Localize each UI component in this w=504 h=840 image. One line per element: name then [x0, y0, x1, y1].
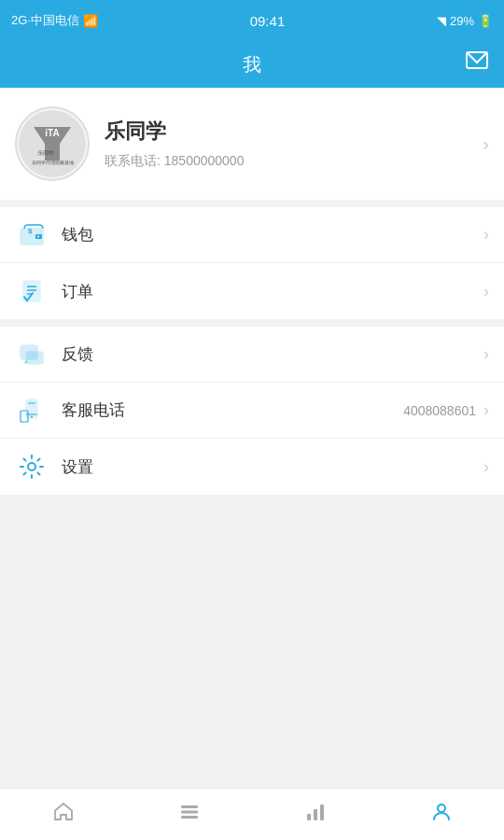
battery-icon: 🔋 — [478, 14, 493, 28]
gray-area — [0, 502, 504, 623]
status-right: ◥ 29% 🔋 — [437, 14, 493, 28]
menu-item-order[interactable]: 订单 › — [0, 263, 504, 319]
svg-rect-15 — [26, 352, 43, 364]
wifi-icon: 📶 — [83, 14, 98, 28]
battery-text: 29% — [450, 14, 474, 28]
svg-rect-26 — [314, 809, 317, 820]
menu-item-settings[interactable]: 设置 › — [0, 439, 504, 495]
feedback-icon — [15, 338, 49, 371]
status-bar: 2G·中国电信 📶 09:41 ◥ 29% 🔋 — [0, 0, 504, 41]
bottom-nav — [0, 788, 504, 840]
feedback-label: 反馈 — [62, 343, 483, 365]
customer-service-value: 4008088601 — [403, 403, 476, 418]
svg-text:iTA: iTA — [45, 128, 59, 138]
profile-phone: 联系电话: 18500000000 — [105, 153, 468, 170]
order-chevron-icon: › — [483, 282, 489, 301]
wallet-icon: $ — [15, 218, 49, 252]
nav-item-home[interactable] — [0, 789, 126, 840]
profile-name: 乐同学 — [105, 118, 468, 146]
menu-section-1: $ 钱包 › 订单 › — [0, 207, 504, 319]
me-nav-icon — [430, 801, 453, 829]
phone-icon — [15, 394, 49, 427]
order-icon — [15, 274, 49, 308]
svg-rect-27 — [320, 805, 324, 820]
status-left: 2G·中国电信 📶 — [11, 12, 98, 29]
order-label: 订单 — [62, 281, 483, 302]
svg-text:$: $ — [28, 227, 33, 235]
signal-icon: ◥ — [437, 14, 446, 28]
menu-item-feedback[interactable]: 反馈 › — [0, 327, 504, 383]
nav-item-chart[interactable] — [252, 789, 378, 840]
profile-section[interactable]: iTA 乐同学 乐同学代理招募基地 乐同学 联系电话: 18500000000 … — [0, 88, 504, 207]
svg-point-18 — [31, 415, 33, 417]
customer-service-label: 客服电话 — [62, 399, 403, 421]
chart-nav-icon — [304, 801, 327, 829]
header-title: 我 — [243, 52, 261, 77]
svg-point-8 — [37, 235, 39, 237]
svg-text:乐同学: 乐同学 — [37, 150, 54, 156]
svg-rect-23 — [181, 810, 198, 813]
svg-text:乐同学代理招募基地: 乐同学代理招募基地 — [32, 160, 74, 165]
message-icon[interactable] — [465, 49, 489, 79]
header: 我 — [0, 41, 504, 88]
feedback-chevron-icon: › — [483, 344, 489, 364]
nav-item-me[interactable] — [378, 789, 504, 840]
phone-number: 18500000000 — [164, 153, 245, 168]
settings-icon — [15, 450, 49, 483]
phone-label: 联系电话: — [105, 153, 161, 168]
profile-chevron-icon: › — [483, 133, 489, 155]
carrier-text: 2G·中国电信 — [11, 12, 79, 29]
status-time: 09:41 — [250, 13, 286, 29]
wallet-label: 钱包 — [62, 224, 483, 245]
menu-section-2: 反馈 › 客服电话 4008088601 › 设置 › — [0, 327, 504, 495]
home-nav-icon — [52, 801, 75, 829]
list-nav-icon — [178, 801, 201, 829]
settings-label: 设置 — [62, 456, 483, 478]
svg-rect-19 — [28, 402, 35, 404]
avatar: iTA 乐同学 乐同学代理招募基地 — [15, 106, 90, 181]
svg-rect-24 — [181, 816, 198, 819]
customer-service-chevron-icon: › — [483, 400, 489, 420]
menu-item-customer-service[interactable]: 客服电话 4008088601 › — [0, 383, 504, 439]
svg-rect-25 — [307, 814, 311, 820]
wallet-chevron-icon: › — [483, 225, 489, 245]
profile-info: 乐同学 联系电话: 18500000000 — [105, 118, 468, 170]
svg-rect-22 — [181, 805, 198, 808]
svg-point-28 — [438, 805, 445, 812]
svg-point-21 — [28, 463, 35, 470]
nav-item-list[interactable] — [126, 789, 252, 840]
settings-chevron-icon: › — [483, 457, 489, 477]
menu-item-wallet[interactable]: $ 钱包 › — [0, 207, 504, 263]
